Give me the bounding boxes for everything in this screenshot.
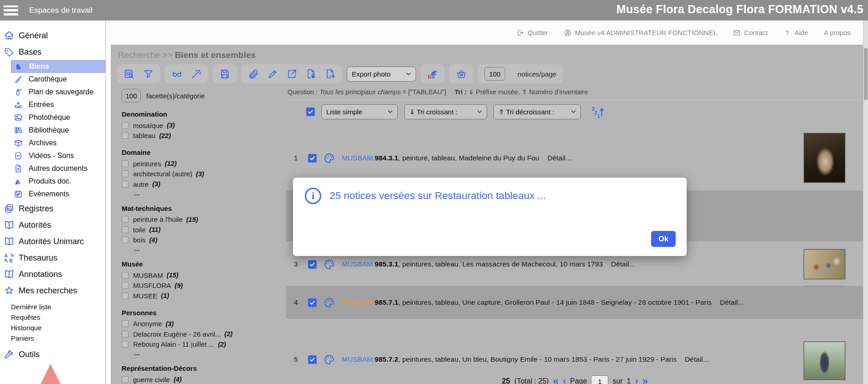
checkbox-icon[interactable] bbox=[122, 122, 128, 129]
sidebar-item-carotheque[interactable]: Carothèque bbox=[0, 73, 105, 86]
filter-icon[interactable] bbox=[143, 68, 154, 80]
header-link-user[interactable]: Musée v4 ADMINISTRATEUR FONCTIONNEL bbox=[564, 29, 717, 37]
sidebar-item-mes-recherches[interactable]: Mes recherches bbox=[0, 282, 105, 299]
view-mode-select[interactable]: Liste simple bbox=[321, 104, 398, 119]
checkbox-icon[interactable] bbox=[122, 341, 128, 348]
checkbox-icon[interactable] bbox=[122, 170, 128, 177]
checkbox-icon[interactable] bbox=[122, 292, 128, 299]
palette-icon[interactable] bbox=[323, 297, 335, 309]
sidebar-item-phototheque[interactable]: Photothèque bbox=[0, 111, 105, 124]
sidebar-item-autres-documents[interactable]: Autres documents bbox=[0, 162, 105, 175]
sidebar-item-entrees[interactable]: Entrées bbox=[0, 98, 105, 111]
sidebar-item-paniers[interactable]: Paniers bbox=[0, 333, 105, 343]
sidebar-item-autorites-unimarc[interactable]: Autorités Unimarc bbox=[0, 233, 105, 250]
checkbox-icon[interactable] bbox=[122, 282, 128, 289]
checkbox-icon[interactable] bbox=[122, 181, 128, 188]
header-link-aide[interactable]: ?Aide bbox=[783, 29, 808, 37]
external-link-icon[interactable] bbox=[286, 68, 298, 80]
export-photo-select[interactable]: Export photo bbox=[347, 67, 416, 82]
sort-desc-select[interactable]: ⇑ Tri décroissant : bbox=[493, 104, 581, 119]
sidebar-item-outils[interactable]: Outils bbox=[0, 346, 105, 363]
sidebar-item-bases[interactable]: Bases bbox=[0, 44, 105, 60]
recolement-icon[interactable]: Re bbox=[427, 68, 438, 80]
facet-item[interactable]: peinture à l'huile(15) bbox=[122, 215, 283, 225]
facet-item[interactable]: Rebourg Alain - 11 juillet ...(2) bbox=[122, 339, 283, 350]
facet-item[interactable]: peintures(12) bbox=[122, 159, 283, 169]
checkbox-icon[interactable] bbox=[122, 216, 128, 223]
paperclip-icon[interactable] bbox=[248, 68, 259, 80]
palette-icon[interactable] bbox=[323, 353, 335, 366]
inventory-prefix-link[interactable]: MUSBAM. bbox=[342, 260, 375, 268]
checkbox-icon[interactable] bbox=[122, 331, 128, 338]
basket-icon[interactable] bbox=[456, 68, 467, 80]
header-link-a-propos[interactable]: A propos bbox=[824, 29, 851, 37]
hamburger-menu-icon[interactable] bbox=[4, 5, 18, 15]
inventory-prefix-link[interactable]: MUSBAM. bbox=[342, 154, 375, 162]
detail-link[interactable]: Détail... bbox=[547, 154, 571, 162]
sidebar-item-produits-doc[interactable]: Produits doc. bbox=[0, 175, 105, 188]
checkbox-icon[interactable] bbox=[122, 132, 128, 139]
checkbox-icon[interactable] bbox=[122, 320, 128, 327]
sidebar-item-thesaurus[interactable]: ABThesaurus bbox=[0, 250, 105, 266]
sidebar-item-biens[interactable]: ♞Biens bbox=[11, 60, 105, 73]
sidebar-item-general[interactable]: Général bbox=[0, 27, 105, 44]
sidebar-item-plan-de-sauvegarde[interactable]: Plan de sauvegarde bbox=[0, 86, 105, 98]
inventory-prefix-link[interactable]: MUSBAM. bbox=[342, 298, 375, 306]
inventory-prefix-link[interactable]: MUSBAM. bbox=[342, 355, 375, 363]
sidebar-item-derniere-liste[interactable]: Dernière liste bbox=[0, 302, 105, 312]
header-link-quitter[interactable]: Quitter bbox=[516, 29, 548, 37]
checkbox-icon[interactable] bbox=[122, 160, 128, 167]
facet-item[interactable]: Anonyme(3) bbox=[122, 319, 283, 329]
palette-icon[interactable] bbox=[323, 152, 335, 164]
facet-item[interactable]: mosaïque(3) bbox=[122, 120, 283, 131]
save-icon[interactable] bbox=[219, 68, 231, 80]
magic-wand-icon[interactable] bbox=[190, 68, 202, 80]
glasses-icon[interactable] bbox=[171, 68, 183, 80]
facet-item[interactable]: Delacroix Eugène - 26 avril...(2) bbox=[122, 329, 283, 339]
detail-link[interactable]: Détail... bbox=[720, 298, 744, 306]
document-export-icon[interactable] bbox=[324, 68, 336, 80]
sidebar-item-evenements[interactable]: Evènements bbox=[0, 188, 105, 200]
facet-item[interactable]: MUSBAM(15) bbox=[122, 270, 283, 281]
sidebar-item-archives[interactable]: Archives bbox=[0, 137, 105, 149]
sort-numeric-icon[interactable]: 321 bbox=[591, 105, 605, 119]
checkbox-icon[interactable] bbox=[122, 226, 128, 233]
checkbox-icon[interactable] bbox=[122, 376, 128, 383]
palette-icon[interactable] bbox=[323, 258, 335, 271]
facet-more[interactable]: ... bbox=[122, 245, 283, 252]
detail-link[interactable]: Détail... bbox=[685, 355, 709, 363]
list-search-icon[interactable] bbox=[123, 68, 135, 80]
sidebar-item-requetes[interactable]: Requêtes bbox=[0, 312, 105, 323]
ok-button[interactable]: Ok bbox=[651, 231, 676, 247]
facet-more[interactable]: ... bbox=[122, 189, 283, 197]
scrollbar-thumb[interactable] bbox=[864, 48, 868, 100]
row-checkbox[interactable] bbox=[308, 154, 317, 163]
facet-item[interactable]: guerre civile(4) bbox=[122, 374, 283, 384]
sidebar-item-historique[interactable]: Historique bbox=[0, 323, 105, 333]
facet-item[interactable]: architectural (autre)(3) bbox=[122, 169, 283, 179]
header-link-contact[interactable]: Contact bbox=[733, 29, 768, 37]
document-lock-icon[interactable] bbox=[305, 68, 317, 80]
checkbox-icon[interactable] bbox=[122, 236, 128, 243]
row-checkbox[interactable] bbox=[308, 355, 317, 364]
facet-item[interactable]: bois(4) bbox=[122, 235, 283, 246]
facet-count-input[interactable] bbox=[122, 89, 141, 102]
facet-more[interactable]: ... bbox=[122, 349, 283, 357]
facet-item[interactable]: tableau(22) bbox=[122, 131, 283, 141]
checkbox-icon[interactable] bbox=[122, 272, 128, 279]
facet-item[interactable]: MUSEE(1) bbox=[122, 291, 283, 301]
per-page-input[interactable] bbox=[484, 67, 505, 81]
facet-item[interactable]: toile(11) bbox=[122, 225, 283, 235]
facet-item[interactable]: MUSFLORA(9) bbox=[122, 281, 283, 291]
sidebar-item-bibliotheque[interactable]: Bibliothèque bbox=[0, 124, 105, 137]
detail-link[interactable]: Détail... bbox=[611, 260, 635, 268]
vertical-scrollbar[interactable] bbox=[863, 20, 868, 384]
workspaces-menu[interactable]: Espaces de travail bbox=[29, 6, 92, 15]
sort-asc-select[interactable]: ⇓ Tri croissant : bbox=[404, 104, 487, 119]
facet-item[interactable]: autre(3) bbox=[122, 179, 283, 189]
breadcrumb-path[interactable]: Recherche >> bbox=[118, 50, 172, 60]
row-checkbox[interactable] bbox=[308, 298, 317, 307]
select-all-checkbox[interactable] bbox=[306, 108, 315, 116]
pencil-icon[interactable] bbox=[267, 68, 278, 80]
sidebar-item-annotations[interactable]: Annotations bbox=[0, 266, 105, 282]
